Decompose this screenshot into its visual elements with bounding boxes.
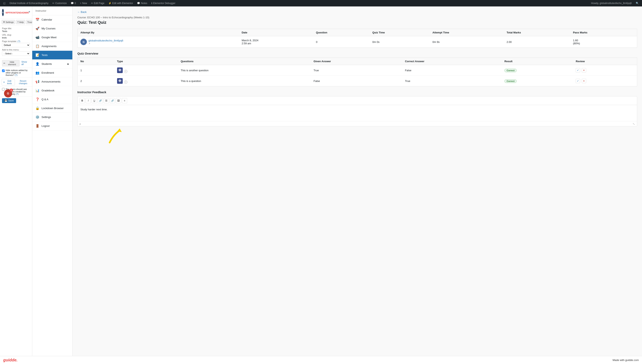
sidebar-item-label: Tests [42,54,48,56]
cell-type-1: i [114,65,178,76]
user-posts-question[interactable]: (?) [16,93,19,95]
chain-button[interactable]: ⛓ [104,98,109,103]
cell-quiz-time: 0m 0s [370,36,430,48]
edit-texts-row: ✏ Edit texts Revert changes [0,78,32,87]
sidebar-item-logout[interactable]: 🚪 Logout [32,122,72,130]
show-all-link[interactable]: Show all [21,60,30,66]
elementor-icon: ⚡ [108,2,111,5]
gear-icon: ⚙ [3,21,5,23]
save-label: Save [8,99,14,102]
admin-bar: ◱ Global Institute of Echocardiography ✏… [0,0,642,6]
save-btn-row: 💾 Save [0,97,32,105]
list-button[interactable]: ≡ [122,98,127,103]
hide-notices-checkbox[interactable] [2,70,5,72]
debugger-bar[interactable]: ℹ Elementor Debugger [150,0,177,6]
pencil-icon2: ✏ [3,81,5,84]
cell-pass-marks: 1.60 (80%) [570,36,637,48]
comments-bar[interactable]: 💬 0 [69,0,78,6]
notes-bar[interactable]: 💬 Notes [135,0,149,6]
review-check-2[interactable]: ✓ [576,79,580,83]
review-x-1[interactable]: ✕ [582,68,586,72]
sidebar-item-label: Logout [42,124,50,128]
search-bar-btn[interactable]: 🔍 [634,2,640,5]
bottom-avatar[interactable]: G 5 [4,90,12,98]
sidebar-item-assignments[interactable]: 📋 Assignments [32,42,72,51]
site-name-bar[interactable]: Global Institute of Echocardiography [8,0,50,6]
edit-texts-button[interactable]: ✏ Edit texts [2,79,15,85]
template-question[interactable]: (?) [18,40,20,42]
add-menu-select[interactable]: - Select - [2,51,30,56]
help-button[interactable]: ? Help [16,20,25,24]
user-posts-checkbox[interactable] [2,88,5,90]
sidebar-item-googlemeet[interactable]: 📹 Google Meet [32,33,72,42]
edit-elementor-bar[interactable]: ⚡ Edit with Elementor [107,0,135,6]
date-value: March 8, 2024 [242,39,310,42]
avatar-letter: G [83,40,85,44]
sidebar-item-label: Assignments [42,45,57,48]
logo-admin: ADMIN [21,12,29,14]
external-link-icon[interactable]: ↗ [89,42,123,45]
review-check-1[interactable]: ✓ [576,68,580,72]
save-button[interactable]: 💾 Save [2,98,16,103]
user-greeting[interactable]: Howdy, globalinstituteofecho_8m6pq6 [589,2,633,5]
type-icon-1 [117,68,123,73]
sidebar-item-enrollment[interactable]: 👥 Enrollment [32,68,72,77]
page-title-value: Tests [2,30,30,32]
user-name-link[interactable]: globalinstituteofecho_8m6pq6 [89,39,123,42]
customize-label: Customize [55,2,67,5]
wp-logo-bar[interactable]: ◱ [2,0,7,6]
hide-notices-question[interactable]: (?) [15,74,17,76]
paragraph-tag: p [80,122,81,125]
troubleshoot-button[interactable]: Troubleshoot [26,20,33,24]
help-label: Help [19,21,24,23]
sidebar-item-mycourses[interactable]: 🚀 My Courses [32,24,72,33]
link-button[interactable]: 🔗 [98,98,103,103]
sidebar-item-announcements[interactable]: 📢 Announcements [32,77,72,86]
col-attempt-by: Attempt By [78,29,239,36]
cell-result-1: Correct [502,65,573,76]
revert-changes-button[interactable]: Revert changes [16,79,31,85]
cell-total-marks: 2.00 [504,36,570,48]
resize-handle[interactable]: ⤡ [632,122,635,126]
cell-no-2: 2 [78,76,114,86]
url-slug-label: URL slug: [2,34,30,36]
bold-button[interactable]: B [80,98,85,103]
review-x-2[interactable]: ✕ [582,79,586,83]
info-icon-2[interactable]: i [124,80,127,84]
sidebar-item-gradebook[interactable]: 📊 Gradebook [32,86,72,95]
customize-bar[interactable]: ✏ Customize [51,0,68,6]
info-icon-1[interactable]: i [124,70,127,73]
hide-element-button[interactable]: ✏ Hide element [2,60,20,66]
sidebar-item-label: Calendar [42,18,52,21]
sidebar-item-qa[interactable]: ❓ Q & A [32,95,72,104]
new-bar[interactable]: + New [78,0,89,6]
attempts-table: Attempt By Date Question Quiz Time Attem… [77,29,637,48]
logout-icon: 🚪 [36,124,40,128]
sidebar-item-lockdown[interactable]: 🔒 Lockdown Browser [32,104,72,113]
sidebar-item-settings[interactable]: ⚙️ Settings [32,113,72,122]
feedback-body[interactable]: Study harder next time. [78,105,637,121]
correct-badge-1: Correct [504,69,517,72]
image-button[interactable]: 🖼 [116,98,121,103]
sidebar-item-label: Gradebook [42,89,54,92]
template-select[interactable]: Default [2,43,30,47]
quiz-title: Quiz: Test Quiz [77,20,637,25]
sidebar-item-tests[interactable]: 📝 Tests [32,51,72,60]
edit-page-bar[interactable]: ✏ Edit Page [90,0,106,6]
sidebar-item-students[interactable]: 👤 Students ▶ [32,60,72,68]
back-link[interactable]: ← Back [77,10,637,14]
yellow-arrow-area [77,128,637,144]
sidebar-item-calendar[interactable]: 📅 Calendar [32,15,72,24]
avatar-area: G 5 [0,105,32,117]
edit-elementor-label: Edit with Elementor [112,2,133,5]
underline-button[interactable]: U [92,98,97,103]
col-result: Result [502,58,573,65]
italic-button[interactable]: I [86,98,91,103]
url-slug-value: tests [2,36,30,39]
quiz-overview-title: Quiz Overview [77,52,637,55]
col-attempt-time: Attempt Time [430,29,504,36]
col-correct-answer: Correct Answer [402,58,502,65]
assignments-icon: 📋 [36,44,40,48]
settings-button[interactable]: ⚙ Settings [2,20,15,24]
link2-button[interactable]: 🔗 [110,98,115,103]
